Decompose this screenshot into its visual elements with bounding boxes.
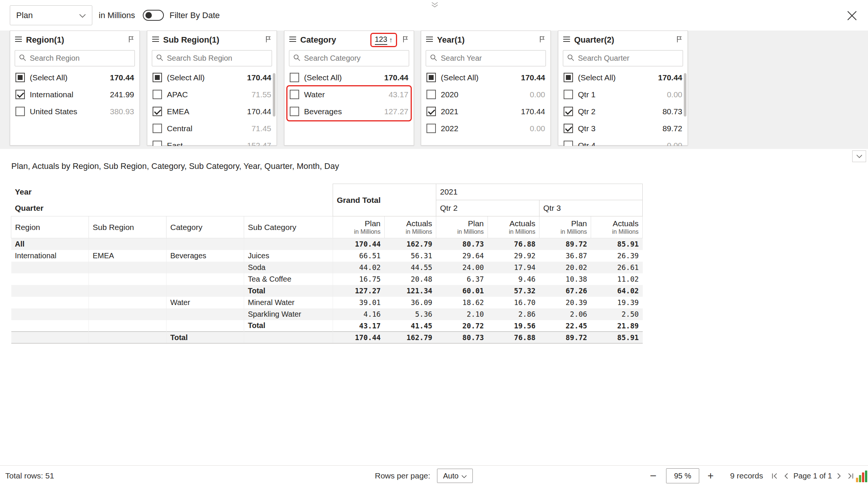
slicer-item[interactable]: Qtr 1 0.00 [558,86,688,103]
checkbox-icon[interactable] [290,107,299,116]
zoom-level-field[interactable]: 95 % [666,468,699,483]
checkbox-icon[interactable] [564,141,573,146]
checkbox-icon[interactable] [426,107,436,116]
col-header-category[interactable]: Category [167,216,244,238]
slicer-item[interactable]: Beverages 127.27 [284,103,414,120]
slicer-item-label: (Select All) [30,73,105,82]
slicer-item-value: 170.44 [658,73,682,82]
search-year-input[interactable] [441,54,542,63]
search-quarter-input[interactable] [578,54,679,63]
menu-icon[interactable] [15,36,22,44]
search-sub-region-input[interactable] [167,54,268,63]
flag-icon[interactable] [402,35,409,44]
slicer-item-select-all[interactable]: (Select All) 170.44 [421,69,550,86]
checkbox-icon[interactable] [15,107,25,116]
col-header-region[interactable]: Region [11,216,89,238]
checkbox-icon[interactable] [426,124,436,133]
slicer-item-value: 71.45 [251,124,271,133]
col-header-actuals[interactable]: Actualsin Millions [591,216,643,238]
col-header-plan[interactable]: Planin Millions [333,216,385,238]
slicer-item[interactable]: Central 71.45 [147,120,277,137]
sort-numeric-control[interactable]: 123 ↑ [370,33,397,47]
flag-icon[interactable] [538,35,546,44]
checkbox-icon[interactable] [426,73,436,82]
filter-by-date-label: Filter By Date [170,0,220,31]
slicer-item-select-all[interactable]: (Select All) 170.44 [147,69,277,86]
slicer-item[interactable]: APAC 71.55 [147,86,277,103]
menu-icon[interactable] [152,36,159,44]
flag-icon[interactable] [675,35,683,44]
filter-by-date-toggle[interactable] [143,10,164,21]
grand-total-header[interactable]: Grand Total [333,184,436,216]
checkbox-icon[interactable] [564,73,573,82]
scrollbar-thumb[interactable] [273,73,275,117]
checkbox-icon[interactable] [15,73,25,82]
slicer-item[interactable]: EMEA 170.44 [147,103,277,120]
slicer-item[interactable]: 2020 0.00 [421,86,550,103]
slicer-item-value: 170.44 [521,107,545,116]
next-page-icon[interactable] [837,472,842,479]
checkbox-icon[interactable] [153,124,162,133]
slicer-item[interactable]: 2022 0.00 [421,120,550,137]
slicer-list: (Select All) 170.44 International 241.99… [10,69,139,146]
pagination: Page 1 of 1 [771,472,854,480]
flag-icon[interactable] [264,35,272,44]
checkbox-icon[interactable] [426,90,436,99]
checkbox-icon[interactable] [153,73,162,82]
checkbox-icon[interactable] [564,124,573,133]
col-header-actuals[interactable]: Actualsin Millions [488,216,539,238]
matrix-row-subtotal: Total 43.17 41.45 20.72 19.56 22.45 21.8… [11,320,643,332]
checkbox-icon[interactable] [153,141,162,146]
matrix-row: Water Mineral Water 39.01 36.09 18.62 16… [11,297,643,308]
checkbox-icon[interactable] [153,90,162,99]
measure-dropdown-value: Plan [16,11,79,20]
last-page-icon[interactable] [847,472,854,479]
slicer-item[interactable]: United States 380.93 [10,103,139,120]
col-header-plan[interactable]: Planin Millions [436,216,488,238]
search-region-input[interactable] [30,54,131,63]
checkbox-icon[interactable] [564,90,573,99]
menu-icon[interactable] [426,36,433,44]
rows-per-page-dropdown[interactable]: Auto [437,469,473,483]
qtr2-header[interactable]: Qtr 2 [436,200,539,216]
expand-chevron-button[interactable] [852,150,866,162]
flag-icon[interactable] [127,35,135,44]
zoom-in-button[interactable]: + [708,470,714,482]
slicer-item[interactable]: International 241.99 [10,86,139,103]
slicer-item-label: APAC [167,90,246,99]
close-icon[interactable] [846,10,857,21]
slicer-item-select-all[interactable]: (Select All) 170.44 [558,69,688,86]
slicer-item[interactable]: Qtr 3 89.72 [558,120,688,137]
col-header-sub-region[interactable]: Sub Region [89,216,167,238]
slicer-item-label: (Select All) [578,73,653,82]
checkbox-icon[interactable] [564,107,573,116]
checkbox-icon[interactable] [290,90,299,99]
mini-bar-chart-icon[interactable] [856,471,867,482]
measure-dropdown[interactable]: Plan [10,5,92,25]
slicer-item[interactable]: Qtr 2 80.73 [558,103,688,120]
search-icon [567,54,575,63]
col-header-sub-category[interactable]: Sub Category [244,216,333,238]
year-2021-header[interactable]: 2021 [436,184,643,200]
first-page-icon[interactable] [771,472,778,479]
col-header-actuals[interactable]: Actualsin Millions [385,216,436,238]
slicer-item[interactable]: Qtr 4 0.00 [558,137,688,146]
slicer-item-select-all[interactable]: (Select All) 170.44 [284,69,414,86]
checkbox-icon[interactable] [153,107,162,116]
slicer-item[interactable]: East 152.47 [147,137,277,146]
slicer-item-select-all[interactable]: (Select All) 170.44 [10,69,139,86]
search-category-input[interactable] [304,54,405,63]
collapse-panel-chevron-icon[interactable] [431,2,439,10]
previous-page-icon[interactable] [783,472,789,479]
checkbox-icon[interactable] [15,90,25,99]
zoom-out-button[interactable]: − [650,469,657,482]
slicer-item[interactable]: 2021 170.44 [421,103,550,120]
slicer-item-value: 170.44 [521,73,545,82]
scrollbar-thumb[interactable] [684,73,686,117]
checkbox-icon[interactable] [290,73,299,82]
slicer-item[interactable]: Water 43.17 [284,86,414,103]
qtr3-header[interactable]: Qtr 3 [539,200,643,216]
menu-icon[interactable] [563,36,570,44]
menu-icon[interactable] [289,36,296,44]
col-header-plan[interactable]: Planin Millions [539,216,591,238]
